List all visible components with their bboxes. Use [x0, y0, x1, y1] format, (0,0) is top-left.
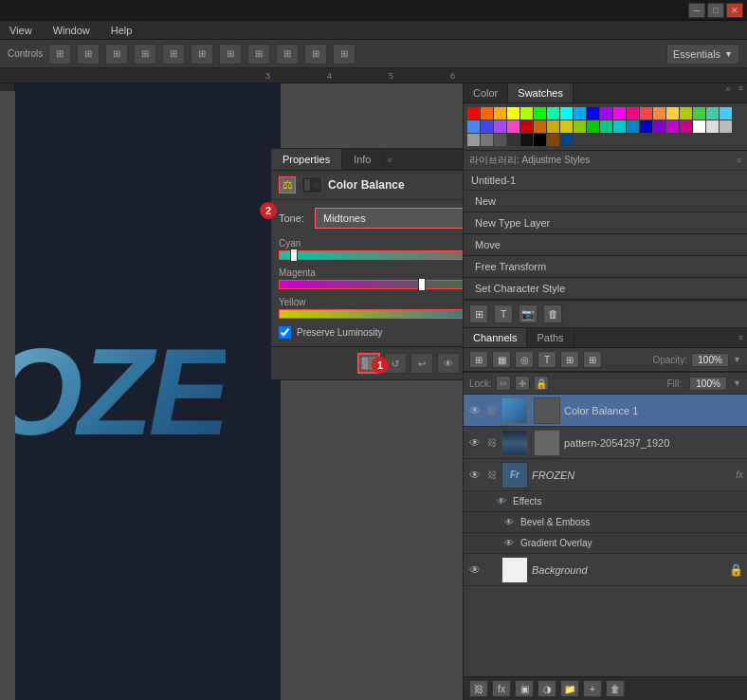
context-free-transform[interactable]: Free Transform	[464, 256, 747, 278]
swatch-cell[interactable]	[520, 120, 533, 133]
swatch-cell[interactable]	[507, 107, 519, 120]
tab-color[interactable]: Color	[464, 83, 508, 102]
swatch-cell[interactable]	[494, 107, 506, 120]
ch-btn-2[interactable]: ▦	[492, 351, 511, 368]
swatch-cell[interactable]	[520, 107, 533, 120]
layer-btn-link[interactable]: ⛓	[469, 680, 488, 697]
layer-btn-group[interactable]: 📁	[560, 680, 579, 697]
toolbar-btn-1[interactable]: ⊞	[48, 44, 71, 64]
toolbar-btn-5[interactable]: ⊞	[162, 44, 185, 64]
layer-row-background[interactable]: 👁 Background 🔒	[464, 554, 747, 586]
magenta-green-slider[interactable]	[279, 280, 463, 289]
layer-btn-fx[interactable]: fx	[492, 680, 511, 697]
toolbar-btn-8[interactable]: ⊞	[247, 44, 270, 64]
swatch-cell[interactable]	[507, 120, 519, 133]
toolbar-btn-11[interactable]: ⊞	[333, 44, 355, 64]
ch-btn-6[interactable]: ⊞	[583, 351, 602, 368]
yellow-blue-slider[interactable]	[279, 309, 463, 319]
swatch-cell[interactable]	[666, 107, 679, 120]
lock-btn-3[interactable]: 🔒	[534, 376, 549, 391]
ch-btn-3[interactable]: ◎	[515, 351, 534, 368]
swatch-cell[interactable]	[627, 120, 639, 133]
layer-eye-bg[interactable]: 👁	[467, 562, 483, 578]
layer-btn-adjust[interactable]: ◑	[537, 680, 556, 697]
swatch-cell[interactable]	[640, 107, 652, 120]
swatch-cell[interactable]	[467, 134, 480, 146]
adjust-menu-icon[interactable]: ≡	[737, 156, 741, 165]
opacity-arrow[interactable]: ▼	[733, 355, 741, 364]
toolbar-btn-10[interactable]: ⊞	[304, 44, 327, 64]
tone-select[interactable]: Midtones Shadows Highlights	[315, 208, 463, 229]
swatch-cell[interactable]	[467, 120, 480, 133]
toolbar-btn-9[interactable]: ⊞	[276, 44, 299, 64]
tab-paths[interactable]: Paths	[527, 328, 574, 347]
context-new[interactable]: New	[464, 191, 747, 212]
layer-row-color-balance[interactable]: 👁 ⛓ Color Balance 1	[464, 395, 747, 427]
swatch-cell[interactable]	[600, 120, 612, 133]
tab-info[interactable]: Info	[342, 149, 383, 170]
menu-help[interactable]: Help	[107, 24, 137, 37]
layer-eye-3[interactable]: 👁	[467, 468, 483, 483]
menu-window[interactable]: Window	[49, 24, 94, 37]
toolbar-btn-2[interactable]: ⊞	[77, 44, 100, 64]
swatch-cell[interactable]	[587, 120, 599, 133]
bottom-btn-visibility[interactable]: 👁	[437, 353, 460, 374]
ch-btn-1[interactable]: ⊞	[469, 351, 488, 368]
swatch-cell[interactable]	[613, 120, 626, 133]
essentials-dropdown[interactable]: Essentials ▼	[666, 44, 739, 64]
swatch-cell[interactable]	[720, 107, 732, 120]
fill-value[interactable]: 100%	[689, 377, 727, 391]
cyan-red-slider[interactable]	[279, 250, 463, 260]
swatch-cell[interactable]	[574, 120, 586, 133]
opacity-value[interactable]: 100%	[691, 353, 729, 367]
swatch-cell[interactable]	[640, 120, 652, 133]
swatch-cell[interactable]	[613, 107, 626, 120]
layer-btn-delete[interactable]: 🗑	[606, 680, 625, 697]
swatch-cell[interactable]	[547, 134, 559, 146]
layer-btn-new[interactable]: +	[583, 680, 602, 697]
swatch-cell[interactable]	[534, 107, 546, 120]
preserve-checkbox[interactable]	[279, 326, 291, 339]
layer-eye-gradient[interactable]: 👁	[501, 536, 517, 551]
swatch-cell[interactable]	[547, 107, 559, 120]
swatch-cell[interactable]	[494, 134, 506, 146]
tab-channels[interactable]: Channels	[464, 328, 527, 347]
swatch-cell[interactable]	[666, 120, 679, 133]
swatch-cell[interactable]	[481, 120, 493, 133]
tab-properties[interactable]: Properties	[271, 149, 342, 170]
swatch-cell[interactable]	[467, 107, 480, 120]
adjust-icon-trash[interactable]: 🗑	[543, 304, 562, 323]
swatch-cell[interactable]	[520, 134, 533, 146]
channels-menu-icon[interactable]: ≡	[735, 333, 747, 342]
swatch-cell[interactable]	[693, 107, 705, 120]
bottom-btn-redo[interactable]: ↩	[410, 353, 433, 374]
swatch-cell[interactable]	[534, 134, 546, 146]
context-move[interactable]: Move	[464, 234, 747, 256]
swatch-cell[interactable]	[574, 107, 586, 120]
swatch-cell[interactable]	[481, 107, 493, 120]
swatch-cell[interactable]	[560, 120, 573, 133]
swatches-menu-icon[interactable]: ≡	[735, 83, 747, 102]
layer-eye-effects[interactable]: 👁	[494, 494, 509, 509]
swatch-cell[interactable]	[547, 120, 559, 133]
swatch-cell[interactable]	[720, 120, 732, 133]
swatch-cell[interactable]	[494, 120, 506, 133]
layer-btn-mask[interactable]: ▣	[515, 680, 534, 697]
layer-row-pattern[interactable]: 👁 ⛓ pattern-2054297_1920	[464, 427, 747, 459]
menu-view[interactable]: View	[6, 24, 36, 37]
layer-eye-bevel[interactable]: 👁	[501, 515, 517, 530]
context-set-character-style[interactable]: Set Character Style	[464, 278, 747, 300]
swatch-cell[interactable]	[653, 107, 665, 120]
magenta-green-thumb[interactable]	[418, 278, 426, 291]
toolbar-btn-6[interactable]: ⊞	[191, 44, 213, 64]
swatches-panel-arrow[interactable]: »	[721, 83, 735, 102]
adjust-icon-camera[interactable]: 📷	[519, 304, 537, 323]
layer-row-frozen[interactable]: 👁 ⛓ Fr FROZEN fx	[464, 459, 747, 491]
panel-collapse-arrow[interactable]: «	[384, 155, 397, 165]
lock-btn-2[interactable]: ✚	[515, 376, 530, 391]
restore-button[interactable]: □	[707, 3, 724, 18]
lock-btn[interactable]: ✏	[496, 376, 511, 391]
adjust-icon-2[interactable]: T	[494, 304, 513, 323]
swatch-cell[interactable]	[680, 107, 692, 120]
swatch-cell[interactable]	[627, 107, 639, 120]
